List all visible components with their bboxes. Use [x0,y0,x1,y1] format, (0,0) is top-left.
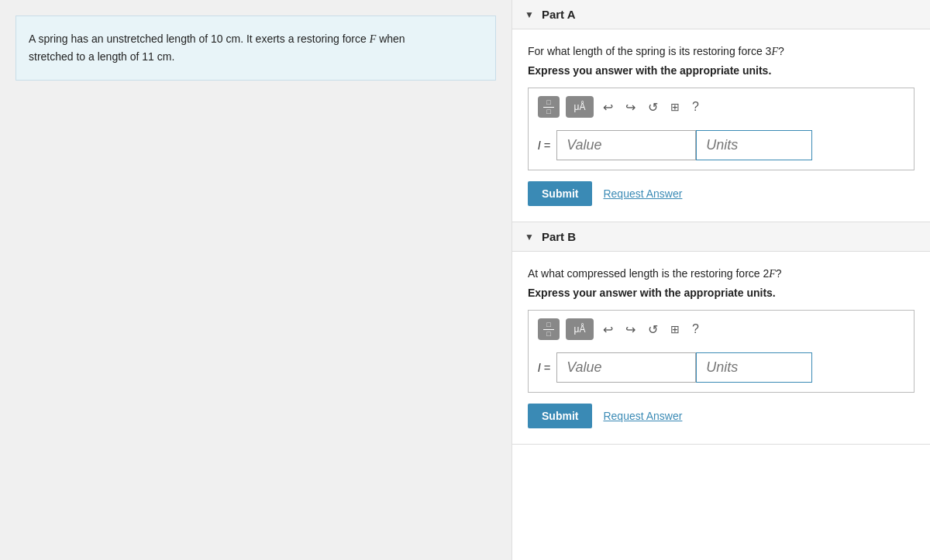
fraction-icon: □ □ [543,99,554,115]
problem-statement: A spring has an unstretched length of 10… [16,15,496,81]
part-b-action-row: Submit Request Answer [528,404,914,428]
part-a-units-input[interactable] [696,130,812,160]
part-b-units-input[interactable] [696,352,812,383]
left-panel: A spring has an unstretched length of 10… [0,0,512,560]
part-b-answer-box: □ □ μÅ ↩ ↪ ↺ [528,310,914,393]
part-b-refresh-button[interactable]: ↺ [645,321,661,338]
part-a-instruction: Express you answer with the appropriate … [528,64,914,77]
redo-icon-b: ↪ [625,322,636,337]
keyboard-icon-b: ⊞ [670,323,680,335]
part-b-fraction-button[interactable]: □ □ [538,318,560,340]
part-b-chevron-icon: ▼ [525,232,534,242]
part-b-body: At what compressed length is the restori… [512,252,930,444]
part-a-header[interactable]: ▼ Part A [512,0,930,29]
mu-label-b: μÅ [574,324,586,335]
problem-text-2: when [376,33,405,45]
part-a-redo-button[interactable]: ↪ [622,98,639,116]
part-a-answer-box: □ □ μÅ ↩ ↪ ↺ [528,88,914,170]
help-icon-a: ? [692,100,699,114]
part-b-input-row: l = [538,352,904,383]
part-a-submit-button[interactable]: Submit [528,181,592,206]
part-b-keyboard-button[interactable]: ⊞ [667,321,683,337]
part-a-chevron-icon: ▼ [525,9,534,20]
right-panel: ▼ Part A For what length of the spring i… [512,0,930,560]
part-a-question: For what length of the spring is its res… [528,43,914,60]
part-b-value-input[interactable] [556,352,696,383]
part-b-section: ▼ Part B At what compressed length is th… [512,222,930,445]
part-b-request-answer-button[interactable]: Request Answer [603,410,682,422]
part-a-keyboard-button[interactable]: ⊞ [667,99,683,115]
part-a-title: Part A [542,8,576,21]
part-a-fraction-button[interactable]: □ □ [538,96,560,118]
part-b-submit-button[interactable]: Submit [528,404,592,428]
part-b-mu-button[interactable]: μÅ [566,318,594,340]
part-b-input-label: l = [538,361,550,374]
keyboard-icon-a: ⊞ [670,101,680,113]
undo-icon-a: ↩ [603,100,613,115]
part-b-help-button[interactable]: ? [689,321,702,338]
part-a-refresh-button[interactable]: ↺ [645,98,661,116]
refresh-icon-a: ↺ [648,100,658,115]
part-a-request-answer-button[interactable]: Request Answer [603,187,682,200]
force-variable-1: F [370,33,377,45]
part-b-question: At what compressed length is the restori… [528,266,914,282]
part-a-action-row: Submit Request Answer [528,181,914,206]
part-a-body: For what length of the spring is its res… [512,29,930,222]
fraction-icon-b: □ □ [543,321,554,338]
part-a-toolbar: □ □ μÅ ↩ ↪ ↺ [538,96,904,122]
part-b-title: Part B [542,230,576,243]
part-a-section: ▼ Part A For what length of the spring i… [512,0,930,222]
mu-label-a: μÅ [574,101,586,112]
part-b-undo-button[interactable]: ↩ [600,321,616,338]
undo-icon-b: ↩ [603,322,613,337]
part-b-redo-button[interactable]: ↪ [622,321,639,338]
help-icon-b: ? [692,322,699,336]
redo-icon-a: ↪ [625,100,636,115]
part-b-instruction: Express your answer with the appropriate… [528,287,914,299]
problem-text-1: A spring has an unstretched length of 10… [29,33,370,45]
refresh-icon-b: ↺ [648,322,658,337]
part-a-input-label: l = [538,139,550,152]
part-a-value-input[interactable] [556,130,696,160]
part-b-toolbar: □ □ μÅ ↩ ↪ ↺ [538,318,904,345]
part-a-input-row: l = [538,130,904,160]
part-a-help-button[interactable]: ? [689,98,702,115]
problem-text-3: stretched to a length of 11 cm. [29,50,174,63]
part-b-header[interactable]: ▼ Part B [512,222,930,252]
part-a-undo-button[interactable]: ↩ [600,98,616,116]
part-a-force-var: F [771,46,778,57]
part-a-mu-button[interactable]: μÅ [566,96,594,118]
part-b-force-var: F [769,268,776,280]
